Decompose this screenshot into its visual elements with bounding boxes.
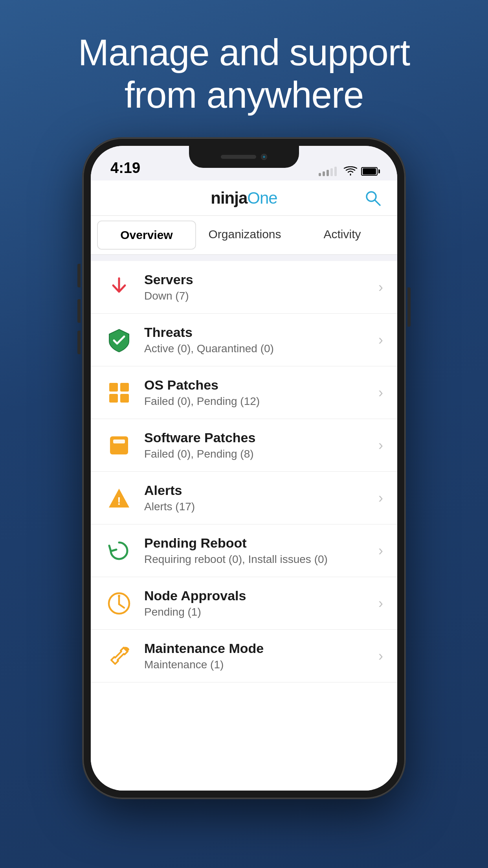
list-container: Servers Down (7) › Threats Active (0), Q… — [91, 261, 397, 791]
software-patches-icon — [105, 431, 133, 460]
tabs: Overview Organizations Activity — [91, 216, 397, 255]
maintenance-mode-text: Maintenance Mode Maintenance (1) — [144, 641, 374, 671]
alerts-text: Alerts Alerts (17) — [144, 483, 374, 513]
app-header: ninjaOne — [91, 180, 397, 216]
status-bar: 4:19 — [91, 146, 397, 180]
threats-icon — [105, 326, 133, 354]
software-patches-text: Software Patches Failed (0), Pending (8) — [144, 430, 374, 460]
node-approvals-subtitle: Pending (1) — [144, 606, 374, 618]
software-patches-chevron: › — [378, 437, 383, 454]
phone-screen: 4:19 — [91, 146, 397, 791]
threats-subtitle: Active (0), Quarantined (0) — [144, 342, 374, 355]
logo-ninja: ninja — [211, 189, 247, 208]
notch-speaker — [221, 155, 256, 159]
servers-subtitle: Down (7) — [144, 290, 374, 302]
signal-icon — [319, 167, 337, 176]
servers-chevron: › — [378, 279, 383, 296]
os-patches-subtitle: Failed (0), Pending (12) — [144, 395, 374, 408]
wifi-icon — [344, 166, 357, 177]
software-patches-title: Software Patches — [144, 430, 374, 445]
svg-point-14 — [118, 595, 120, 597]
pending-reboot-icon — [105, 537, 133, 565]
os-patches-title: OS Patches — [144, 377, 374, 393]
servers-icon — [105, 273, 133, 302]
battery-icon — [361, 167, 378, 176]
notch — [189, 146, 299, 168]
servers-title: Servers — [144, 272, 374, 287]
list-item[interactable]: Software Patches Failed (0), Pending (8)… — [91, 419, 397, 472]
list-item[interactable]: Pending Reboot Requiring reboot (0), Ins… — [91, 524, 397, 577]
alerts-title: Alerts — [144, 483, 374, 498]
pending-reboot-title: Pending Reboot — [144, 535, 374, 551]
servers-text: Servers Down (7) — [144, 272, 374, 302]
os-patches-icon — [105, 379, 133, 407]
pending-reboot-text: Pending Reboot Requiring reboot (0), Ins… — [144, 535, 374, 566]
list-item[interactable]: Node Approvals Pending (1) › — [91, 577, 397, 630]
battery-fill — [363, 168, 376, 175]
svg-rect-8 — [113, 440, 125, 443]
alerts-chevron: › — [378, 490, 383, 506]
svg-rect-3 — [109, 383, 118, 392]
svg-rect-5 — [109, 394, 118, 403]
phone-frame: 4:19 — [83, 138, 405, 798]
maintenance-mode-title: Maintenance Mode — [144, 641, 374, 656]
notch-camera — [261, 154, 267, 160]
list-item[interactable]: Servers Down (7) › — [91, 261, 397, 314]
logo-one: One — [247, 189, 277, 208]
alerts-icon: ! — [105, 484, 133, 512]
list-item[interactable]: ! Alerts Alerts (17) › — [91, 472, 397, 524]
threats-text: Threats Active (0), Quarantined (0) — [144, 325, 374, 355]
list-item[interactable]: OS Patches Failed (0), Pending (12) › — [91, 366, 397, 419]
os-patches-text: OS Patches Failed (0), Pending (12) — [144, 377, 374, 408]
tab-organizations[interactable]: Organizations — [196, 221, 294, 250]
svg-rect-6 — [120, 394, 129, 403]
svg-rect-4 — [120, 383, 129, 392]
list-item[interactable]: Maintenance Mode Maintenance (1) › — [91, 630, 397, 682]
threats-title: Threats — [144, 325, 374, 340]
app-logo: ninjaOne — [211, 189, 277, 208]
node-approvals-icon — [105, 589, 133, 618]
threats-chevron: › — [378, 332, 383, 348]
list-item[interactable]: Threats Active (0), Quarantined (0) › — [91, 314, 397, 366]
maintenance-mode-icon — [105, 642, 133, 670]
svg-text:!: ! — [117, 495, 121, 507]
status-icons — [319, 166, 378, 177]
maintenance-mode-subtitle: Maintenance (1) — [144, 658, 374, 671]
svg-line-13 — [119, 604, 124, 608]
svg-rect-7 — [110, 436, 128, 454]
os-patches-chevron: › — [378, 384, 383, 401]
node-approvals-text: Node Approvals Pending (1) — [144, 588, 374, 618]
headline-line1: Manage and support — [78, 31, 410, 74]
search-button[interactable] — [364, 189, 382, 207]
svg-line-1 — [375, 200, 380, 205]
alerts-subtitle: Alerts (17) — [144, 500, 374, 513]
node-approvals-title: Node Approvals — [144, 588, 374, 603]
status-time: 4:19 — [110, 160, 140, 177]
maintenance-mode-chevron: › — [378, 648, 383, 664]
pending-reboot-subtitle: Requiring reboot (0), Install issues (0) — [144, 553, 374, 566]
headline-line2: from anywhere — [78, 74, 410, 116]
headline: Manage and support from anywhere — [78, 31, 410, 116]
node-approvals-chevron: › — [378, 595, 383, 612]
tab-overview[interactable]: Overview — [97, 221, 196, 250]
pending-reboot-chevron: › — [378, 542, 383, 559]
software-patches-subtitle: Failed (0), Pending (8) — [144, 448, 374, 460]
tab-activity[interactable]: Activity — [294, 221, 391, 250]
